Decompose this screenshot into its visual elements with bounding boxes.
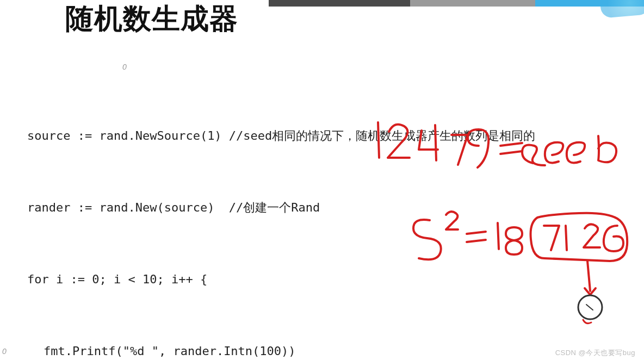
page-title: 随机数生成器 bbox=[65, 0, 238, 38]
code-line-2: rander := rand.New(source) //创建一个Rand bbox=[27, 196, 535, 220]
code-block: source := rand.NewSource(1) //seed相同的情况下… bbox=[27, 76, 535, 360]
bar-segment-dark bbox=[269, 0, 410, 7]
tiny-mark-top: 0 bbox=[122, 63, 127, 71]
header-color-bar bbox=[269, 0, 644, 7]
code-line-4: fmt.Printf("%d ", rander.Intn(100)) bbox=[27, 339, 535, 360]
code-line-1: source := rand.NewSource(1) //seed相同的情况下… bbox=[27, 124, 535, 148]
svg-point-0 bbox=[578, 295, 602, 319]
watermark: CSDN @今天也要写bug bbox=[555, 348, 635, 358]
tiny-mark-bottomleft: 0 bbox=[2, 347, 7, 356]
code-line-3: for i := 0; i < 10; i++ { bbox=[27, 268, 535, 291]
corner-badge bbox=[599, 0, 644, 18]
bar-segment-gray bbox=[410, 0, 535, 7]
